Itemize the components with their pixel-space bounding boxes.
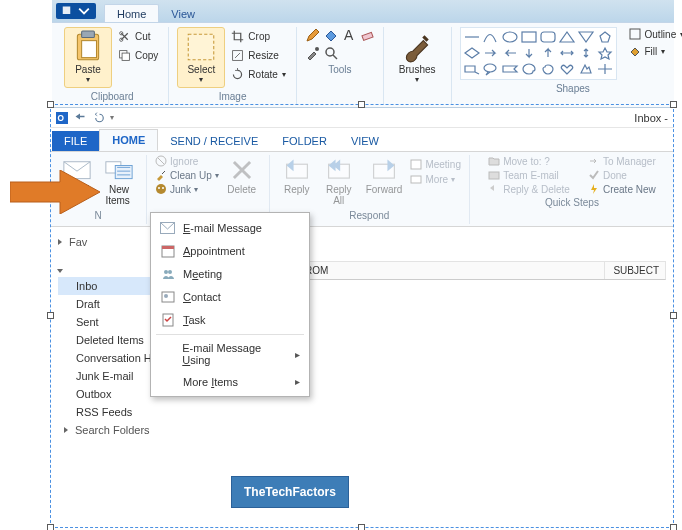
fill-button[interactable]: Fill ▾ — [627, 44, 682, 58]
task-icon — [161, 313, 175, 327]
paint-group-tools: A Tools — [297, 27, 384, 105]
qs-replydel[interactable]: Reply & Delete — [488, 183, 570, 195]
copy-button[interactable]: Copy — [116, 48, 160, 63]
more-icon — [410, 173, 422, 185]
svg-rect-8 — [122, 53, 129, 60]
ol-tab-folder[interactable]: FOLDER — [270, 131, 339, 151]
ol-tab-file[interactable]: FILE — [52, 131, 99, 151]
cut-button[interactable]: Cut — [116, 29, 160, 44]
forward-icon — [369, 155, 399, 185]
delete-button[interactable]: Delete — [223, 155, 261, 197]
envelope-small-icon — [160, 222, 175, 234]
outlook-window: O ▾ Inbox - FILE HOME SEND / RECEIVE FOL… — [50, 108, 674, 445]
paste-label: Paste — [75, 64, 101, 75]
mi-email-using[interactable]: E-mail Message Using▸ — [154, 338, 306, 370]
forward-button[interactable]: Forward — [362, 155, 407, 197]
lightning-icon — [588, 183, 600, 195]
paint-group-clipboard: Paste ▾ Cut Copy Clipboard — [56, 27, 169, 105]
brushes-button[interactable]: Brushes ▾ — [392, 27, 443, 88]
rotate-icon — [231, 68, 244, 81]
clipboard-group-label: Clipboard — [91, 91, 134, 102]
ol-tab-send[interactable]: SEND / RECEIVE — [158, 131, 270, 151]
picker-icon[interactable] — [305, 45, 321, 61]
col-subject[interactable]: SUBJECT — [605, 262, 665, 279]
col-from[interactable]: FROM — [293, 262, 605, 279]
reply-all-button[interactable]: Reply All — [320, 155, 358, 208]
svg-rect-3 — [82, 31, 95, 37]
qat-dropdown-icon[interactable]: ▾ — [110, 113, 114, 122]
paint-qat[interactable] — [56, 3, 96, 19]
more-button[interactable]: More ▾ — [410, 173, 461, 185]
calendar-icon — [161, 244, 175, 258]
svg-text:A: A — [344, 27, 354, 43]
reply-all-icon — [324, 155, 354, 185]
broom-icon — [155, 169, 167, 181]
qs-done[interactable]: Done — [588, 169, 656, 181]
copy-icon — [118, 49, 131, 62]
ol-tab-home[interactable]: HOME — [99, 129, 158, 151]
cleanup-button[interactable]: Clean Up ▾ — [155, 169, 219, 181]
outlook-icon: O — [56, 112, 68, 124]
svg-point-39 — [168, 270, 172, 274]
svg-rect-4 — [82, 41, 97, 58]
shapes-gallery[interactable] — [460, 27, 617, 80]
new-items-menu: E-mail Message Appointment Meeting Conta… — [150, 212, 310, 397]
svg-rect-1 — [63, 7, 71, 15]
svg-rect-40 — [162, 292, 174, 302]
paint-group-brushes: Brushes ▾ — [384, 27, 452, 105]
resize-icon — [231, 49, 244, 62]
mi-meeting[interactable]: Meeting — [154, 262, 306, 285]
paste-button[interactable]: Paste ▾ — [64, 27, 112, 88]
clipboard-icon — [71, 30, 105, 64]
junk-button[interactable]: Junk ▾ — [155, 183, 219, 195]
select-icon — [184, 30, 218, 64]
text-icon[interactable]: A — [341, 27, 357, 43]
paint-tab-home[interactable]: Home — [104, 4, 159, 22]
folder-rss[interactable]: RSS Feeds — [58, 403, 216, 421]
magnify-icon[interactable] — [323, 45, 339, 61]
svg-rect-19 — [630, 29, 640, 39]
svg-rect-34 — [489, 172, 499, 179]
paint-tab-view[interactable]: View — [159, 5, 207, 22]
pencil-icon[interactable] — [305, 27, 321, 43]
mi-contact[interactable]: Contact — [154, 285, 306, 308]
ol-tab-view[interactable]: VIEW — [339, 131, 391, 151]
folder-move-icon — [488, 155, 500, 167]
meeting-button[interactable]: Meeting — [410, 158, 461, 170]
crop-icon — [231, 30, 244, 43]
outline-button[interactable]: Outline ▾ — [627, 27, 682, 41]
folder-search[interactable]: Search Folders — [58, 421, 216, 439]
qat-undo-icon[interactable] — [92, 112, 104, 124]
qs-tomanager[interactable]: To Manager — [588, 155, 656, 167]
svg-point-13 — [315, 47, 319, 51]
mi-appointment[interactable]: Appointment — [154, 239, 306, 262]
ignore-button[interactable]: Ignore — [155, 155, 219, 167]
mi-task[interactable]: Task — [154, 308, 306, 331]
crop-button[interactable]: Crop — [229, 29, 287, 44]
resize-button[interactable]: Resize — [229, 48, 287, 63]
svg-rect-12 — [362, 32, 373, 40]
delete-icon — [227, 155, 257, 185]
people-icon — [161, 267, 175, 281]
qs-moveto[interactable]: Move to: ? — [488, 155, 570, 167]
qat-sendreceive-icon[interactable] — [74, 112, 86, 124]
new-items-button[interactable]: New Items — [100, 155, 138, 208]
rotate-button[interactable]: Rotate ▾ — [229, 67, 287, 82]
svg-point-38 — [164, 270, 168, 274]
svg-point-18 — [484, 64, 496, 72]
qs-team[interactable]: Team E-mail — [488, 169, 570, 181]
reply-button[interactable]: Reply — [278, 155, 316, 197]
file-menu-icon — [62, 5, 74, 17]
mi-email[interactable]: E-mail Message — [154, 216, 306, 239]
svg-rect-32 — [411, 160, 421, 169]
eraser-icon[interactable] — [359, 27, 375, 43]
paint-window: Home View Paste ▾ Cut Copy Clipboard — [52, 0, 674, 108]
chevron-right-icon: ▸ — [295, 376, 300, 387]
mi-more-items[interactable]: More Items▸ — [154, 370, 306, 393]
svg-point-28 — [162, 187, 164, 189]
fill-icon[interactable] — [323, 27, 339, 43]
reply-icon — [282, 155, 312, 185]
outline-icon — [629, 28, 641, 40]
qs-createnew[interactable]: Create New — [588, 183, 656, 195]
select-button[interactable]: Select ▾ — [177, 27, 225, 88]
